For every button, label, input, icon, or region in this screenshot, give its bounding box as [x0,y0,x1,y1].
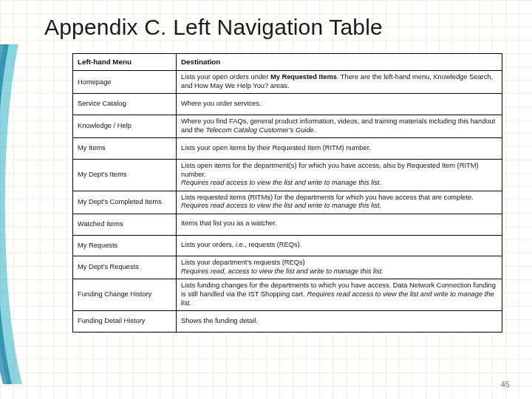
table-row: Funding Change HistoryLists funding chan… [73,279,502,311]
destination-cell: Lists your orders, i.e., requests (REQs)… [177,235,502,256]
destination-text: Where you order services. [181,100,262,107]
menu-cell: Homepage [73,71,177,94]
table-header-row: Left-hand Menu Destination [73,54,502,71]
table-row: Service CatalogWhere you order services. [73,94,502,115]
menu-cell: My Dept's Items [73,159,177,191]
table-row: My Dept's Completed ItemsLists requested… [73,191,502,214]
menu-cell: Knowledge / Help [73,115,177,138]
destination-cell: Items that list you as a watcher. [177,214,502,235]
table-row: My ItemsLists your open items by their R… [73,138,502,160]
menu-cell: Funding Change History [73,279,177,311]
menu-cell: My Items [73,138,177,160]
table-row: My RequestsLists your orders, i.e., requ… [73,235,502,256]
destination-text: Lists open items for the department(s) f… [181,162,479,178]
destination-cell: Lists your open items by their Requested… [177,138,502,160]
destination-text: My Requested Items [270,73,337,81]
header-destination: Destination [177,54,502,71]
destination-cell: Lists funding changes for the department… [177,279,502,311]
destination-cell: Lists your open orders under My Requeste… [177,71,502,94]
destination-cell: Lists your department's requests (REQs)R… [177,256,502,279]
menu-cell: Watched Items [73,214,177,235]
table-row: Knowledge / HelpWhere you find FAQs, gen… [73,115,502,138]
destination-text: Lists your open items by their Requested… [181,144,371,151]
destination-text: Lists your open orders under [181,73,270,81]
content-area: Appendix C. Left Navigation Table Left-h… [44,15,502,332]
destination-text: Telecom Catalog Customer's Guide [206,126,314,134]
menu-cell: My Dept's Requests [73,256,177,279]
header-left-hand-menu: Left-hand Menu [73,54,177,71]
nav-table-wrap: Left-hand Menu Destination HomepageLists… [72,53,502,332]
page-number: 45 [501,380,510,389]
table-row: Watched ItemsItems that list you as a wa… [73,214,502,235]
table-row: My Dept's RequestsLists your department'… [73,256,502,279]
menu-cell: Service Catalog [73,94,177,115]
destination-cell: Where you find FAQs, general product inf… [177,115,502,138]
menu-cell: Funding Detail History [73,311,177,332]
destination-text: Lists your orders, i.e., requests (REQs)… [181,241,301,248]
page-title: Appendix C. Left Navigation Table [44,15,502,40]
destination-text: Items that list you as a watcher. [181,219,277,227]
destination-cell: Shows the funding detail. [177,311,502,332]
destination-text: Requires read, access to view the list a… [181,267,383,275]
destination-cell: Where you order services. [177,94,502,115]
menu-cell: My Requests [73,235,177,256]
destination-text: Lists requested items (RITMs) for the de… [181,194,474,201]
destination-cell: Lists requested items (RITMs) for the de… [177,191,502,214]
destination-text: Requires read access to view the list an… [181,179,381,186]
nav-table: Left-hand Menu Destination HomepageLists… [72,53,502,332]
destination-text: . [314,126,316,134]
destination-text: Lists your department's requests (REQs) [181,259,305,266]
destination-cell: Lists open items for the department(s) f… [177,159,502,191]
table-row: My Dept's ItemsLists open items for the … [73,159,502,191]
table-row: Funding Detail HistoryShows the funding … [73,311,502,332]
destination-text: Requires read access to view the list an… [181,202,381,209]
table-row: HomepageLists your open orders under My … [73,71,502,94]
menu-cell: My Dept's Completed Items [73,191,177,214]
slide: Appendix C. Left Navigation Table Left-h… [0,0,532,399]
destination-text: Shows the funding detail. [181,317,258,324]
